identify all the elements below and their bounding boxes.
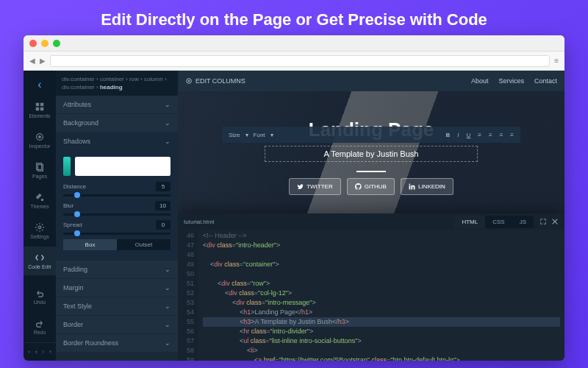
social-buttons: TWITTER GITHUB LINKEDIN bbox=[289, 178, 453, 195]
chevron-down-icon: ⌄ bbox=[165, 101, 171, 108]
spread-value[interactable]: 0 bbox=[156, 220, 171, 230]
section-border-roundness[interactable]: Border Roundness⌄ bbox=[56, 334, 178, 352]
code-body[interactable]: 46 47 48 49 50 51 52 53 54 55 56 57 58 5… bbox=[178, 230, 564, 361]
export-icon[interactable] bbox=[35, 347, 38, 356]
minimize-dot[interactable] bbox=[41, 40, 49, 47]
code-editor-window: tutorial.html HTML CSS JS 46 47 48 49 50… bbox=[178, 213, 564, 361]
rail-themes[interactable]: Themes bbox=[24, 186, 56, 215]
distance-value[interactable]: 5 bbox=[156, 182, 171, 191]
section-attributes[interactable]: Attributes⌄ bbox=[56, 96, 178, 113]
edit-columns-button[interactable]: EDIT COLUMNS bbox=[185, 77, 245, 85]
nav-about[interactable]: About bbox=[471, 77, 489, 85]
rail-settings[interactable]: Settings bbox=[24, 216, 56, 245]
breadcrumb[interactable]: div.container › container › row › column… bbox=[56, 71, 178, 96]
nav-fwd-icon[interactable]: ▶ bbox=[40, 57, 46, 65]
rail-label: Inspector bbox=[29, 144, 51, 149]
browser-window: ◀ ▶ ≡ ‹ Elements Inspector Pages Themes … bbox=[24, 35, 564, 361]
align-center-icon[interactable]: ≡ bbox=[487, 132, 495, 138]
svg-rect-0 bbox=[36, 103, 39, 106]
tab-css[interactable]: CSS bbox=[485, 216, 512, 228]
chevron-down-icon: ⌄ bbox=[165, 321, 171, 328]
align-right-icon[interactable]: ≡ bbox=[498, 132, 506, 138]
bold-icon[interactable]: B bbox=[444, 132, 453, 138]
zoom-dot[interactable] bbox=[53, 40, 60, 47]
svg-point-10 bbox=[29, 352, 29, 353]
rail-label: Redo bbox=[34, 330, 46, 335]
chevron-down-icon: ▾ bbox=[270, 132, 273, 138]
underline-icon[interactable]: U bbox=[465, 132, 473, 138]
close-dot[interactable] bbox=[29, 40, 37, 47]
rail-label: Themes bbox=[30, 204, 49, 209]
distance-slider[interactable] bbox=[63, 194, 171, 197]
window-titlebar bbox=[24, 35, 564, 52]
section-text-style[interactable]: Text Style⌄ bbox=[56, 297, 178, 315]
inspector-panel: div.container › container › row › column… bbox=[56, 71, 178, 361]
rail-inspector[interactable]: Inspector bbox=[24, 126, 56, 155]
chevron-down-icon: ⌄ bbox=[165, 284, 171, 291]
nav-contact[interactable]: Contact bbox=[534, 77, 557, 85]
rail-undo[interactable]: Undo bbox=[24, 282, 56, 311]
spread-slider[interactable] bbox=[63, 233, 171, 235]
save-icon[interactable] bbox=[49, 347, 52, 356]
italic-icon[interactable]: I bbox=[455, 132, 461, 138]
hero-section[interactable]: Size▾ Font▾ B I U ≡ ≡ ≡ ≡ Landing Page A… bbox=[178, 91, 564, 222]
linkedin-icon bbox=[409, 183, 415, 190]
svg-point-9 bbox=[38, 226, 41, 229]
spread-label: Spread bbox=[63, 222, 82, 228]
github-icon bbox=[355, 183, 362, 190]
nav-services[interactable]: Services bbox=[498, 77, 524, 85]
section-background[interactable]: Background⌄ bbox=[56, 114, 178, 132]
github-button[interactable]: GITHUB bbox=[347, 178, 395, 195]
shadow-color-swatch[interactable] bbox=[75, 157, 171, 176]
eye-icon[interactable] bbox=[28, 347, 31, 356]
hero-subtitle[interactable]: A Template by Justin Bush bbox=[265, 146, 478, 162]
blur-slider[interactable] bbox=[63, 213, 171, 216]
code-header: tutorial.html HTML CSS JS bbox=[178, 213, 564, 230]
chevron-down-icon: ⌄ bbox=[165, 302, 171, 310]
rail-pages[interactable]: Pages bbox=[24, 156, 56, 185]
rail-redo[interactable]: Redo bbox=[24, 312, 56, 341]
section-padding[interactable]: Padding⌄ bbox=[56, 261, 178, 278]
back-icon[interactable]: ‹ bbox=[35, 75, 44, 94]
blur-label: Blur bbox=[63, 202, 74, 209]
nav-back-icon[interactable]: ◀ bbox=[29, 57, 35, 65]
hero-divider bbox=[356, 171, 386, 172]
svg-rect-12 bbox=[43, 351, 43, 353]
twitter-icon bbox=[297, 183, 304, 190]
align-justify-icon[interactable]: ≡ bbox=[508, 132, 516, 138]
svg-point-16 bbox=[409, 184, 411, 185]
svg-rect-13 bbox=[50, 351, 51, 352]
menu-icon[interactable]: ≡ bbox=[554, 57, 559, 65]
shadow-type-toggle[interactable]: BoxOutset bbox=[63, 239, 171, 250]
blur-value[interactable]: 10 bbox=[155, 201, 171, 210]
url-field[interactable] bbox=[50, 55, 550, 67]
chevron-down-icon: ⌄ bbox=[165, 339, 171, 347]
editor-app: ‹ Elements Inspector Pages Themes Settin… bbox=[24, 71, 564, 361]
section-shadows[interactable]: Shadows⌄ bbox=[56, 132, 178, 150]
section-margin[interactable]: Margin⌄ bbox=[56, 279, 178, 297]
tab-html[interactable]: HTML bbox=[454, 216, 485, 228]
section-border[interactable]: Border⌄ bbox=[56, 316, 178, 333]
tab-js[interactable]: JS bbox=[512, 216, 534, 228]
chevron-down-icon: ⌄ bbox=[165, 138, 171, 145]
design-canvas: EDIT COLUMNS About Services Contact Size… bbox=[178, 71, 564, 361]
rail-code-editor[interactable]: Code Edtr bbox=[24, 247, 56, 275]
font-dropdown[interactable]: Font bbox=[251, 132, 268, 138]
svg-point-8 bbox=[41, 199, 44, 202]
linkedin-button[interactable]: LINKEDIN bbox=[401, 178, 453, 195]
code-content[interactable]: <!-- Header --> <div class="intro-header… bbox=[198, 230, 564, 361]
device-icon[interactable] bbox=[42, 347, 45, 356]
align-left-icon[interactable]: ≡ bbox=[476, 132, 484, 138]
rail-elements[interactable]: Elements bbox=[24, 96, 56, 124]
twitter-button[interactable]: TWITTER bbox=[289, 178, 341, 195]
rail-label: Pages bbox=[32, 174, 47, 179]
chevron-down-icon: ⌄ bbox=[165, 266, 171, 273]
browser-urlbar: ◀ ▶ ≡ bbox=[24, 52, 564, 71]
opacity-slider[interactable] bbox=[63, 157, 71, 176]
distance-label: Distance bbox=[63, 183, 86, 190]
size-dropdown[interactable]: Size bbox=[226, 132, 243, 138]
close-icon[interactable] bbox=[551, 218, 559, 225]
expand-icon[interactable] bbox=[539, 218, 547, 225]
chevron-down-icon: ▾ bbox=[245, 132, 248, 138]
rail-label: Elements bbox=[29, 113, 50, 118]
